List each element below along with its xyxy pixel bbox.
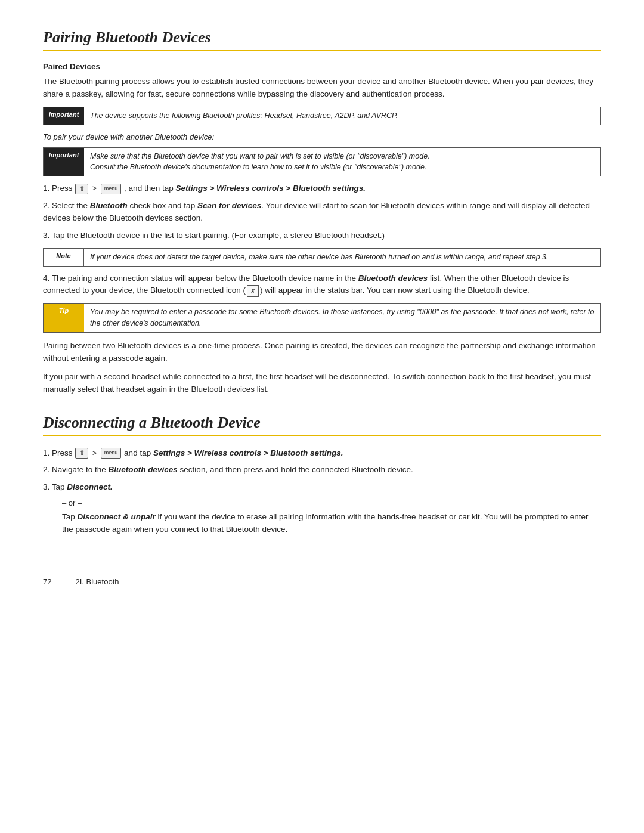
step2-bluetooth: Bluetooth xyxy=(90,201,128,210)
important-label-1: Important xyxy=(44,107,84,125)
body-text-2: Pairing between two Bluetooth devices is… xyxy=(43,340,601,365)
step1-nav: Settings > Wireless controls > Bluetooth… xyxy=(175,184,366,193)
italic-heading: To pair your device with another Bluetoo… xyxy=(43,132,601,141)
important-line2: Consult the Bluetooth device's documenta… xyxy=(90,163,426,171)
footer: 72 2I. Bluetooth xyxy=(43,572,601,586)
arrow-1: > xyxy=(92,184,97,193)
disc-step-3: 3. Tap Disconnect. xyxy=(43,481,601,494)
disc-home-key-button: ⇧ xyxy=(75,448,88,459)
note-content: If your device does not detect the targe… xyxy=(84,249,600,266)
section2-container: Disconnecting a Bluetooth Device 1. Pres… xyxy=(43,414,601,537)
step1-text: 1. Press ⇧ > menu , and then tap Setting… xyxy=(43,182,366,195)
note-box-1: Note If your device does not detect the … xyxy=(43,248,601,267)
disc-step1-nav: Settings > Wireless controls > Bluetooth… xyxy=(153,448,343,457)
body-text-3: If you pair with a second headset while … xyxy=(43,371,601,396)
title-rule-2 xyxy=(43,435,601,436)
home-key-button: ⇧ xyxy=(75,184,88,194)
step-1: 1. Press ⇧ > menu , and then tap Setting… xyxy=(43,182,601,195)
title-rule-1 xyxy=(43,50,601,51)
important-label-2: Important xyxy=(44,148,84,176)
step-3: 3. Tap the Bluetooth device in the list … xyxy=(43,230,601,242)
disc-or-block: Tap Disconnect & unpair if you want the … xyxy=(62,511,601,536)
tip-box-1: Tip You may be required to enter a passc… xyxy=(43,303,601,333)
section1-title: Pairing Bluetooth Devices xyxy=(43,29,601,47)
disc-step3-disconnect: Disconnect. xyxy=(67,482,113,491)
subsection-paired-devices: Paired Devices xyxy=(43,62,601,71)
menu-key-button: menu xyxy=(101,184,122,194)
step4-bluetooth-devices: Bluetooth devices xyxy=(358,274,428,283)
step-2: 2. Select the Bluetooth check box and ta… xyxy=(43,200,601,225)
or-separator: – or – xyxy=(62,498,601,507)
step-4: 4. The pairing and connection status wil… xyxy=(43,272,601,298)
bluetooth-connected-icon: ✗ xyxy=(247,285,259,297)
disc-menu-key-button: menu xyxy=(101,448,122,459)
disc-tap-disconnect-unpair: Disconnect & unpair xyxy=(78,512,156,521)
tip-label: Tip xyxy=(44,304,84,332)
tip-content: You may be required to enter a passcode … xyxy=(84,304,600,332)
important-box-2: Important Make sure that the Bluetooth d… xyxy=(43,147,601,177)
disc-arrow-1: > xyxy=(92,449,97,457)
important-content-2: Make sure that the Bluetooth device that… xyxy=(84,148,600,176)
note-label: Note xyxy=(44,249,84,266)
important-line1: Make sure that the Bluetooth device that… xyxy=(90,152,430,160)
body-text-1: The Bluetooth pairing process allows you… xyxy=(43,76,601,101)
disc-step-1: 1. Press ⇧ > menu and tap Settings > Wir… xyxy=(43,447,601,460)
section2-title: Disconnecting a Bluetooth Device xyxy=(43,414,601,432)
disc-step-2: 2. Navigate to the Bluetooth devices sec… xyxy=(43,464,601,476)
step2-scan: Scan for devices xyxy=(197,201,261,210)
footer-section-label: 2I. Bluetooth xyxy=(75,577,119,586)
disc-step2-bluetooth: Bluetooth devices xyxy=(109,465,178,474)
footer-page-number: 72 xyxy=(43,577,51,586)
important-content-1: The device supports the following Blueto… xyxy=(84,107,600,125)
important-box-1: Important The device supports the follow… xyxy=(43,107,601,125)
